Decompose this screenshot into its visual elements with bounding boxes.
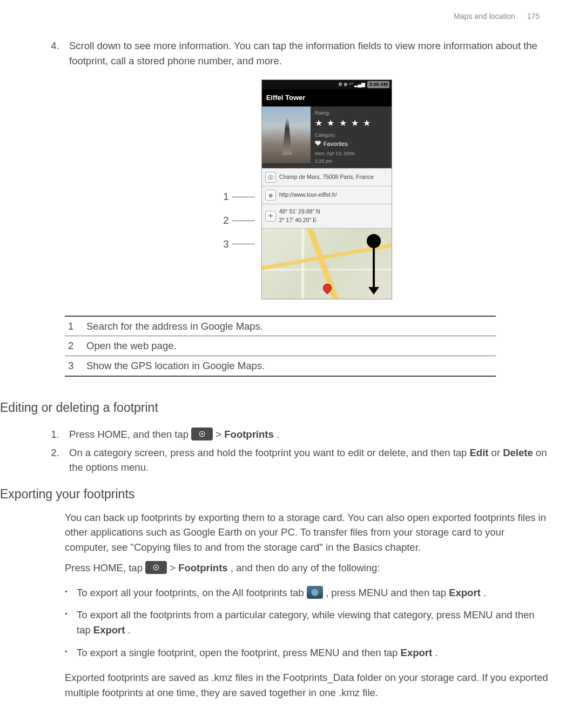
callout-line [232, 244, 255, 244]
footprint-title: Eiffel Tower [262, 89, 392, 106]
export-intro: You can back up footprints by exporting … [65, 510, 550, 555]
svg-point-3 [156, 566, 157, 568]
export-bullet-3: To export a single footprint, open the f… [65, 645, 550, 660]
text-fragment: > [170, 562, 178, 573]
step-4-text: Scroll down to see more information. You… [69, 40, 537, 66]
status-icons: ⚙ ⊕ ¹ˣ ▂▄▆ [338, 81, 366, 89]
callout-2: 2 [223, 213, 254, 228]
apps-icon [145, 561, 167, 574]
export-outro-block: Exported footprints are saved as .kmz fi… [0, 670, 550, 700]
ui-label-export: Export [449, 587, 481, 598]
category-value: Favorites [324, 139, 348, 149]
heading-editing: Editing or deleting a footprint [0, 398, 550, 417]
callout-1-num: 1 [223, 189, 228, 204]
coords-text: 48° 51' 29.88" N 2° 17' 40.20" E [279, 208, 320, 225]
footprint-meta: Rating: ★ ★ ★ ★ ★ Category: Favorites Mo… [311, 106, 392, 169]
page-number: 175 [527, 12, 540, 21]
text-fragment: or [492, 447, 503, 458]
step-4: Scroll down to see more information. You… [65, 38, 550, 69]
svg-point-4 [311, 589, 318, 596]
apps-icon [191, 428, 213, 440]
text-fragment: To export all your footprints, on the Al… [77, 587, 307, 598]
pin-icon: Ⓐ [265, 172, 276, 183]
export-bullet-1: To export all your footprints, on the Al… [65, 585, 550, 600]
text-fragment: To export all the footprints from a part… [77, 609, 535, 636]
url-row: ⊕ http://www.tour-eiffel.fr/ [262, 186, 392, 204]
text-fragment: Press HOME, tap [65, 562, 145, 573]
heart-icon [315, 141, 321, 147]
map-preview [262, 228, 392, 299]
text-fragment: Press HOME, and then tap [69, 429, 191, 440]
callout-3: 3 [223, 237, 254, 252]
section-title: Maps and location [454, 12, 515, 21]
phone-mockup: ⚙ ⊕ ¹ˣ ▂▄▆ 3:06 AM Eiffel Tower Rating: … [261, 79, 392, 299]
ui-label-delete: Delete [503, 447, 533, 458]
legend-text: Open the web page. [86, 336, 496, 356]
status-time: 3:06 AM [367, 81, 389, 89]
coords-line-1: 48° 51' 29.88" N [279, 208, 320, 216]
ui-label-export: Export [401, 647, 433, 658]
text-fragment: > [216, 429, 224, 440]
table-row: 3 Show the GPS location in Google Maps. [65, 356, 496, 376]
legend-text: Show the GPS location in Google Maps. [86, 356, 496, 376]
map-pin-icon [323, 284, 331, 296]
text-fragment: On a category screen, press and hold the… [69, 447, 470, 458]
export-lead: Press HOME, tap > Footprints , and then … [65, 560, 550, 576]
legend-text: Search for the address in Google Maps. [86, 316, 496, 336]
heading-exporting: Exporting your footprints [0, 485, 550, 504]
callout-legend-table: 1 Search for the address in Google Maps.… [65, 316, 496, 377]
text-fragment: . [128, 624, 131, 636]
footprint-photo [262, 106, 311, 163]
callout-column: 1 2 3 [223, 189, 254, 251]
screenshot-figure: 1 2 3 ⚙ ⊕ ¹ˣ ▂▄▆ 3:06 AM Eiffel Tower Ra… [0, 79, 550, 299]
date-line-1: Mon, Apr 13, 2009 [315, 150, 387, 158]
callout-3-num: 3 [223, 237, 228, 252]
rating-stars: ★ ★ ★ ★ ★ [315, 117, 387, 130]
url-text: http://www.tour-eiffel.fr/ [279, 191, 337, 199]
text-fragment: , press MENU and then tap [326, 587, 449, 598]
legend-num: 1 [65, 316, 86, 336]
text-fragment: To export a single footprint, open the f… [77, 647, 401, 658]
address-row: Ⓐ Champ de Mars, 75008 Paris, France [262, 168, 392, 186]
coords-line-2: 2° 17' 40.20" E [279, 216, 320, 225]
ui-label-footprints: Footprints [224, 429, 273, 440]
callout-line [232, 221, 255, 221]
edit-steps-list: Press HOME, and then tap > Footprints . … [0, 427, 550, 475]
text-fragment: . [277, 429, 279, 440]
rating-label: Rating: [315, 110, 387, 117]
callout-1: 1 [223, 189, 254, 204]
category-label: Category: [315, 132, 387, 139]
all-footprints-tab-icon [307, 586, 323, 599]
table-row: 1 Search for the address in Google Maps. [65, 316, 496, 336]
table-row: 2 Open the web page. [65, 336, 496, 356]
globe-icon: ⊕ [265, 190, 276, 201]
export-bullet-2: To export all the footprints from a part… [65, 607, 550, 638]
date-line-2: 2:25 pm [315, 158, 387, 165]
legend-num: 2 [65, 336, 86, 356]
export-bullets: To export all your footprints, on the Al… [0, 585, 550, 660]
text-fragment: . [435, 647, 438, 658]
page-header: Maps and location 175 [0, 11, 550, 22]
text-fragment: . [483, 587, 486, 598]
ui-label-footprints: Footprints [178, 562, 227, 573]
status-bar: ⚙ ⊕ ¹ˣ ▂▄▆ 3:06 AM [262, 80, 392, 90]
callout-2-num: 2 [223, 213, 228, 228]
address-text: Champ de Mars, 75008 Paris, France [279, 173, 374, 182]
edit-step-1: Press HOME, and then tap > Footprints . [65, 427, 550, 442]
export-intro-block: You can back up footprints by exporting … [0, 510, 550, 576]
callout-line [232, 197, 255, 197]
coords-row: ✛ 48° 51' 29.88" N 2° 17' 40.20" E [262, 204, 392, 228]
ui-label-export: Export [93, 624, 125, 636]
text-fragment: , and then do any of the following: [231, 562, 380, 573]
category-row: Favorites [315, 139, 387, 149]
ui-label-edit: Edit [470, 447, 489, 458]
crosshair-icon: ✛ [265, 211, 276, 222]
svg-point-1 [201, 433, 203, 435]
legend-num: 3 [65, 356, 86, 376]
scroll-indicator [367, 234, 381, 295]
edit-step-2: On a category screen, press and hold the… [65, 445, 550, 476]
export-outro: Exported footprints are saved as .kmz fi… [65, 670, 550, 700]
procedure-list-continued: Scroll down to see more information. You… [0, 38, 550, 69]
info-header: Rating: ★ ★ ★ ★ ★ Category: Favorites Mo… [262, 106, 392, 169]
